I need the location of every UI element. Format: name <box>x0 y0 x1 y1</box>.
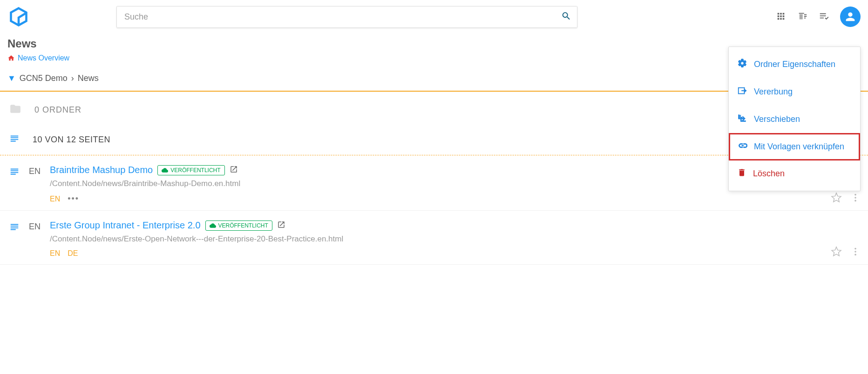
status-badge: VERÖFFENTLICHT <box>157 165 224 175</box>
lang-tag[interactable]: DE <box>68 249 78 258</box>
checklist-icon <box>819 11 829 21</box>
more-vert-icon <box>850 247 861 257</box>
star-icon <box>831 192 842 203</box>
menu-item-link[interactable]: Mit Vorlagen verknüpfen <box>729 133 860 160</box>
overview-link-label: News Overview <box>18 54 69 62</box>
more-langs[interactable]: ••• <box>68 194 79 204</box>
favorite-button[interactable] <box>831 192 842 205</box>
menu-item-label: Ordner Eigenschaften <box>754 60 835 69</box>
breadcrumb-separator: › <box>71 73 74 83</box>
lines-icon <box>9 222 20 258</box>
menu-item-subdir-arrow[interactable]: Verschieben <box>729 106 860 133</box>
checklist-button[interactable] <box>819 11 829 23</box>
status-badge: VERÖFFENTLICHT <box>205 220 272 231</box>
star-icon <box>831 246 842 257</box>
lang-tags: EN••• <box>50 194 859 204</box>
arrow-in-icon <box>737 86 747 98</box>
page-name-link[interactable]: Erste Group Intranet - Enterprise 2.0 <box>50 220 201 231</box>
menu-item-label: Verschieben <box>754 114 800 124</box>
trash-list-button[interactable] <box>797 11 807 23</box>
caret-down-icon[interactable]: ▼ <box>7 73 16 83</box>
cloud-icon <box>162 167 168 174</box>
svg-point-4 <box>854 248 856 250</box>
status-text: VERÖFFENTLICHT <box>170 167 220 174</box>
lang-code: EN <box>29 167 41 204</box>
external-link-icon <box>230 165 238 174</box>
page-row: EN Erste Group Intranet - Enterprise 2.0… <box>0 211 868 265</box>
apps-icon <box>776 11 786 21</box>
apps-button[interactable] <box>776 11 786 23</box>
menu-item-trash[interactable]: Löschen <box>729 160 860 187</box>
home-icon <box>7 54 15 62</box>
row-more-button[interactable] <box>850 193 861 204</box>
lines-icon <box>9 134 20 146</box>
search-button[interactable] <box>561 11 571 23</box>
menu-item-label: Löschen <box>753 169 785 179</box>
menu-item-label: Vererbung <box>754 87 793 97</box>
search-icon <box>561 11 571 21</box>
folders-label: 0 ORDNER <box>34 105 81 115</box>
svg-point-2 <box>854 197 856 199</box>
trash-icon <box>737 168 746 180</box>
folder-icon <box>9 103 21 117</box>
svg-point-5 <box>854 251 856 253</box>
open-external[interactable] <box>277 220 285 231</box>
status-text: VERÖFFENTLICHT <box>218 222 268 229</box>
row-more-button[interactable] <box>850 247 861 258</box>
svg-point-3 <box>854 200 856 202</box>
svg-point-1 <box>854 194 856 196</box>
trash-list-icon <box>797 11 807 21</box>
search-container <box>116 6 577 28</box>
subdir-arrow-icon <box>737 113 747 126</box>
breadcrumb-current: News <box>78 73 99 83</box>
cloud-icon <box>210 222 216 229</box>
topbar <box>0 0 868 33</box>
context-menu: Ordner Eigenschaften Vererbung Verschieb… <box>728 47 861 191</box>
more-vert-icon <box>850 193 861 203</box>
favorite-button[interactable] <box>831 246 842 259</box>
person-icon <box>844 10 857 23</box>
page-name-link[interactable]: Braintribe Mashup Demo <box>50 165 153 175</box>
breadcrumb-root[interactable]: GCN5 Demo <box>20 73 68 83</box>
lines-icon <box>9 167 20 204</box>
lang-tags: ENDE <box>50 249 859 258</box>
external-link-icon <box>277 220 285 229</box>
pages-label: 10 VON 12 SEITEN <box>33 135 110 145</box>
topbar-actions <box>776 7 861 27</box>
link-icon <box>737 140 747 153</box>
page-path: /Content.Node/news/Erste-Open-Network---… <box>50 234 859 244</box>
menu-item-label: Mit Vorlagen verknüpfen <box>754 142 844 152</box>
menu-item-arrow-in[interactable]: Vererbung <box>729 78 860 106</box>
lang-code: EN <box>29 222 41 258</box>
menu-item-gear[interactable]: Ordner Eigenschaften <box>729 51 860 78</box>
open-external[interactable] <box>230 165 238 175</box>
svg-point-6 <box>854 254 856 256</box>
lang-tag[interactable]: EN <box>50 195 60 203</box>
logo <box>7 6 30 28</box>
lang-tag[interactable]: EN <box>50 249 60 258</box>
gear-icon <box>737 58 747 71</box>
search-input[interactable] <box>117 7 577 27</box>
avatar[interactable] <box>840 7 861 27</box>
